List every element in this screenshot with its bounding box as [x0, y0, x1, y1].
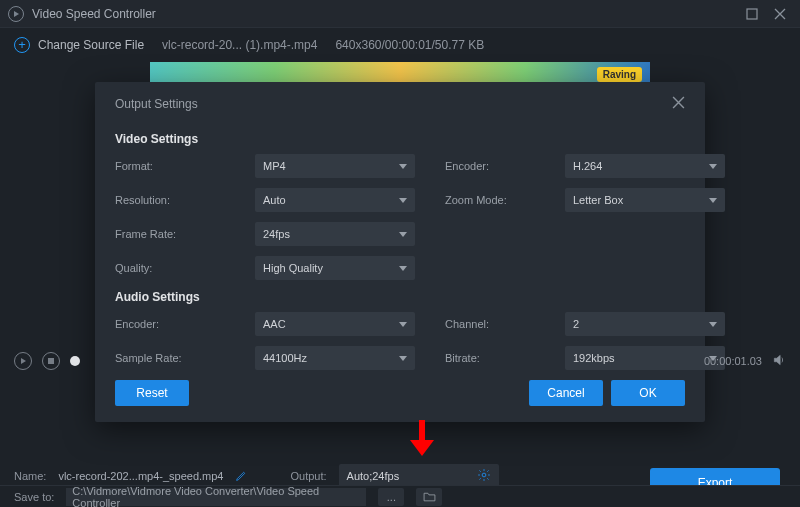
- play-button[interactable]: [14, 352, 32, 370]
- chevron-down-icon: [709, 198, 717, 203]
- video-settings-heading: Video Settings: [115, 132, 685, 146]
- channel-select[interactable]: 2: [565, 312, 725, 336]
- annotation-arrow-icon: [404, 418, 440, 458]
- save-to-label: Save to:: [14, 491, 54, 503]
- toolbar: + Change Source File vlc-record-20... (1…: [0, 28, 800, 62]
- duration-text: 00:00:01.03: [704, 355, 762, 367]
- output-settings-dialog: Output Settings Video Settings Format: M…: [95, 82, 705, 422]
- chevron-down-icon: [399, 232, 407, 237]
- frame-rate-select[interactable]: 24fps: [255, 222, 415, 246]
- zoom-mode-label: Zoom Mode:: [445, 194, 535, 206]
- plus-circle-icon: +: [14, 37, 30, 53]
- zoom-mode-select[interactable]: Letter Box: [565, 188, 725, 212]
- svg-point-1: [482, 473, 486, 477]
- cancel-button[interactable]: Cancel: [529, 380, 603, 406]
- browse-button[interactable]: ...: [378, 488, 404, 506]
- chevron-down-icon: [399, 164, 407, 169]
- window-close-button[interactable]: [768, 4, 792, 24]
- output-label: Output:: [290, 470, 326, 482]
- resolution-select[interactable]: Auto: [255, 188, 415, 212]
- chevron-down-icon: [709, 322, 717, 327]
- source-fileinfo: 640x360/00:00:01/50.77 KB: [335, 38, 484, 52]
- output-settings-gear-button[interactable]: [477, 468, 491, 484]
- output-filename: vlc-record-202...mp4-_speed.mp4: [58, 470, 223, 482]
- player-controls: 00:00:01.03: [14, 352, 786, 370]
- format-label: Format:: [115, 160, 225, 172]
- change-source-label: Change Source File: [38, 38, 144, 52]
- app-logo-icon: [8, 6, 24, 22]
- format-select[interactable]: MP4: [255, 154, 415, 178]
- output-format-text: Auto;24fps: [347, 470, 400, 482]
- dialog-title: Output Settings: [115, 97, 198, 111]
- chevron-down-icon: [399, 322, 407, 327]
- video-encoder-select[interactable]: H.264: [565, 154, 725, 178]
- chevron-down-icon: [399, 198, 407, 203]
- audio-encoder-select[interactable]: AAC: [255, 312, 415, 336]
- channel-label: Channel:: [445, 318, 535, 330]
- stop-button[interactable]: [42, 352, 60, 370]
- name-label: Name:: [14, 470, 46, 482]
- volume-icon[interactable]: [772, 353, 786, 369]
- chevron-down-icon: [399, 266, 407, 271]
- audio-settings-heading: Audio Settings: [115, 290, 685, 304]
- window-maximize-button[interactable]: [740, 4, 764, 24]
- audio-encoder-label: Encoder:: [115, 318, 225, 330]
- dialog-close-button[interactable]: [672, 96, 685, 112]
- video-settings-grid: Format: MP4 Encoder: H.264 Resolution: A…: [115, 154, 685, 280]
- preview-brand: Raving: [597, 67, 642, 82]
- title-bar: Video Speed Controller: [0, 0, 800, 28]
- save-path-field[interactable]: C:\Vidmore\Vidmore Video Converter\Video…: [66, 488, 366, 506]
- resolution-label: Resolution:: [115, 194, 225, 206]
- chevron-down-icon: [709, 164, 717, 169]
- ok-button[interactable]: OK: [611, 380, 685, 406]
- edit-name-button[interactable]: [235, 469, 248, 484]
- open-folder-button[interactable]: [416, 488, 442, 506]
- video-encoder-label: Encoder:: [445, 160, 535, 172]
- timeline-playhead[interactable]: [70, 356, 80, 366]
- quality-label: Quality:: [115, 262, 225, 274]
- change-source-button[interactable]: + Change Source File: [14, 37, 144, 53]
- quality-select[interactable]: High Quality: [255, 256, 415, 280]
- frame-rate-label: Frame Rate:: [115, 228, 225, 240]
- save-to-row: Save to: C:\Vidmore\Vidmore Video Conver…: [0, 485, 800, 507]
- app-title: Video Speed Controller: [32, 7, 736, 21]
- reset-button[interactable]: Reset: [115, 380, 189, 406]
- source-filename: vlc-record-20... (1).mp4-.mp4: [162, 38, 317, 52]
- svg-rect-0: [747, 9, 757, 19]
